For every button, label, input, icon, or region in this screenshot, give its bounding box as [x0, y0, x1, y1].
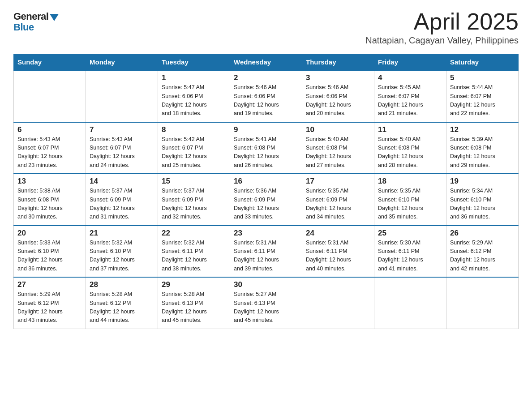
day-number: 26	[450, 229, 515, 238]
day-number: 8	[162, 125, 226, 134]
calendar-cell: 30Sunrise: 5:27 AM Sunset: 6:13 PM Dayli…	[230, 277, 302, 329]
day-number: 7	[90, 125, 154, 134]
day-info: Sunrise: 5:37 AM Sunset: 6:09 PM Dayligh…	[162, 187, 226, 222]
calendar-cell: 14Sunrise: 5:37 AM Sunset: 6:09 PM Dayli…	[86, 174, 158, 226]
calendar-cell	[446, 277, 519, 329]
day-number: 17	[306, 177, 370, 186]
calendar-cell	[374, 277, 446, 329]
calendar-cell: 23Sunrise: 5:31 AM Sunset: 6:11 PM Dayli…	[230, 226, 302, 278]
day-number: 15	[162, 177, 226, 186]
calendar-cell: 5Sunrise: 5:44 AM Sunset: 6:07 PM Daylig…	[446, 70, 519, 122]
day-number: 10	[306, 125, 370, 134]
calendar-cell	[86, 70, 158, 122]
day-info: Sunrise: 5:41 AM Sunset: 6:08 PM Dayligh…	[234, 135, 298, 170]
day-info: Sunrise: 5:43 AM Sunset: 6:07 PM Dayligh…	[17, 135, 82, 170]
calendar-cell: 2Sunrise: 5:46 AM Sunset: 6:06 PM Daylig…	[230, 70, 302, 122]
day-number: 13	[17, 177, 82, 186]
page-header: General Blue April 2025 Nattapian, Cagay…	[13, 9, 519, 46]
day-number: 6	[17, 125, 82, 134]
calendar-cell: 9Sunrise: 5:41 AM Sunset: 6:08 PM Daylig…	[230, 122, 302, 174]
calendar-cell: 27Sunrise: 5:29 AM Sunset: 6:12 PM Dayli…	[14, 277, 86, 329]
logo-arrow-icon	[50, 14, 59, 21]
calendar-cell: 12Sunrise: 5:39 AM Sunset: 6:08 PM Dayli…	[446, 122, 519, 174]
day-info: Sunrise: 5:31 AM Sunset: 6:11 PM Dayligh…	[234, 239, 298, 274]
day-info: Sunrise: 5:33 AM Sunset: 6:10 PM Dayligh…	[17, 239, 82, 274]
day-number: 27	[17, 280, 82, 289]
week-row-2: 6Sunrise: 5:43 AM Sunset: 6:07 PM Daylig…	[14, 122, 519, 174]
week-row-5: 27Sunrise: 5:29 AM Sunset: 6:12 PM Dayli…	[14, 277, 519, 329]
day-number: 5	[450, 73, 515, 82]
calendar-cell: 10Sunrise: 5:40 AM Sunset: 6:08 PM Dayli…	[302, 122, 374, 174]
day-info: Sunrise: 5:40 AM Sunset: 6:08 PM Dayligh…	[306, 135, 370, 170]
day-info: Sunrise: 5:30 AM Sunset: 6:11 PM Dayligh…	[378, 239, 442, 274]
day-info: Sunrise: 5:31 AM Sunset: 6:11 PM Dayligh…	[306, 239, 370, 274]
day-info: Sunrise: 5:43 AM Sunset: 6:07 PM Dayligh…	[90, 135, 154, 170]
day-info: Sunrise: 5:28 AM Sunset: 6:12 PM Dayligh…	[90, 290, 154, 325]
logo: General Blue	[13, 11, 59, 33]
day-number: 22	[162, 229, 226, 238]
col-header-sunday: Sunday	[14, 54, 86, 71]
day-number: 29	[162, 280, 226, 289]
day-info: Sunrise: 5:36 AM Sunset: 6:09 PM Dayligh…	[234, 187, 298, 222]
col-header-tuesday: Tuesday	[158, 54, 230, 71]
calendar-cell: 6Sunrise: 5:43 AM Sunset: 6:07 PM Daylig…	[14, 122, 86, 174]
day-info: Sunrise: 5:34 AM Sunset: 6:10 PM Dayligh…	[450, 187, 515, 222]
day-number: 28	[90, 280, 154, 289]
day-number: 3	[306, 73, 370, 82]
day-number: 11	[378, 125, 442, 134]
day-info: Sunrise: 5:38 AM Sunset: 6:08 PM Dayligh…	[17, 187, 82, 222]
logo-blue-text: Blue	[13, 21, 34, 33]
day-number: 21	[90, 229, 154, 238]
day-number: 9	[234, 125, 298, 134]
day-info: Sunrise: 5:35 AM Sunset: 6:10 PM Dayligh…	[378, 187, 442, 222]
day-number: 24	[306, 229, 370, 238]
calendar-header: SundayMondayTuesdayWednesdayThursdayFrid…	[14, 54, 519, 71]
calendar-location: Nattapian, Cagayan Valley, Philippines	[365, 35, 519, 46]
calendar-cell: 25Sunrise: 5:30 AM Sunset: 6:11 PM Dayli…	[374, 226, 446, 278]
day-info: Sunrise: 5:27 AM Sunset: 6:13 PM Dayligh…	[234, 290, 298, 325]
week-row-4: 20Sunrise: 5:33 AM Sunset: 6:10 PM Dayli…	[14, 226, 519, 278]
day-number: 30	[234, 280, 298, 289]
day-info: Sunrise: 5:45 AM Sunset: 6:07 PM Dayligh…	[378, 83, 442, 118]
day-info: Sunrise: 5:35 AM Sunset: 6:09 PM Dayligh…	[306, 187, 370, 222]
col-header-wednesday: Wednesday	[230, 54, 302, 71]
calendar-cell: 4Sunrise: 5:45 AM Sunset: 6:07 PM Daylig…	[374, 70, 446, 122]
day-number: 2	[234, 73, 298, 82]
day-number: 23	[234, 229, 298, 238]
day-info: Sunrise: 5:42 AM Sunset: 6:07 PM Dayligh…	[162, 135, 226, 170]
week-row-1: 1Sunrise: 5:47 AM Sunset: 6:06 PM Daylig…	[14, 70, 519, 122]
week-row-3: 13Sunrise: 5:38 AM Sunset: 6:08 PM Dayli…	[14, 174, 519, 226]
calendar-cell	[302, 277, 374, 329]
day-number: 19	[450, 177, 515, 186]
day-info: Sunrise: 5:40 AM Sunset: 6:08 PM Dayligh…	[378, 135, 442, 170]
calendar-cell	[14, 70, 86, 122]
day-info: Sunrise: 5:47 AM Sunset: 6:06 PM Dayligh…	[162, 83, 226, 118]
calendar-title: April 2025	[365, 9, 519, 34]
day-info: Sunrise: 5:39 AM Sunset: 6:08 PM Dayligh…	[450, 135, 515, 170]
calendar-cell: 19Sunrise: 5:34 AM Sunset: 6:10 PM Dayli…	[446, 174, 519, 226]
calendar-cell: 28Sunrise: 5:28 AM Sunset: 6:12 PM Dayli…	[86, 277, 158, 329]
calendar-cell: 18Sunrise: 5:35 AM Sunset: 6:10 PM Dayli…	[374, 174, 446, 226]
calendar-cell: 21Sunrise: 5:32 AM Sunset: 6:10 PM Dayli…	[86, 226, 158, 278]
col-header-saturday: Saturday	[446, 54, 519, 71]
day-info: Sunrise: 5:32 AM Sunset: 6:10 PM Dayligh…	[90, 239, 154, 274]
day-number: 20	[17, 229, 82, 238]
col-header-thursday: Thursday	[302, 54, 374, 71]
day-info: Sunrise: 5:46 AM Sunset: 6:06 PM Dayligh…	[234, 83, 298, 118]
calendar-cell: 22Sunrise: 5:32 AM Sunset: 6:11 PM Dayli…	[158, 226, 230, 278]
day-info: Sunrise: 5:37 AM Sunset: 6:09 PM Dayligh…	[90, 187, 154, 222]
calendar-cell: 7Sunrise: 5:43 AM Sunset: 6:07 PM Daylig…	[86, 122, 158, 174]
day-number: 14	[90, 177, 154, 186]
day-info: Sunrise: 5:46 AM Sunset: 6:06 PM Dayligh…	[306, 83, 370, 118]
calendar-cell: 26Sunrise: 5:29 AM Sunset: 6:12 PM Dayli…	[446, 226, 519, 278]
day-info: Sunrise: 5:29 AM Sunset: 6:12 PM Dayligh…	[450, 239, 515, 274]
calendar-table: SundayMondayTuesdayWednesdayThursdayFrid…	[13, 54, 519, 329]
calendar-cell: 8Sunrise: 5:42 AM Sunset: 6:07 PM Daylig…	[158, 122, 230, 174]
day-number: 12	[450, 125, 515, 134]
day-number: 18	[378, 177, 442, 186]
title-block: April 2025 Nattapian, Cagayan Valley, Ph…	[365, 9, 519, 46]
day-info: Sunrise: 5:28 AM Sunset: 6:13 PM Dayligh…	[162, 290, 226, 325]
col-header-friday: Friday	[374, 54, 446, 71]
calendar-cell: 16Sunrise: 5:36 AM Sunset: 6:09 PM Dayli…	[230, 174, 302, 226]
calendar-cell: 24Sunrise: 5:31 AM Sunset: 6:11 PM Dayli…	[302, 226, 374, 278]
